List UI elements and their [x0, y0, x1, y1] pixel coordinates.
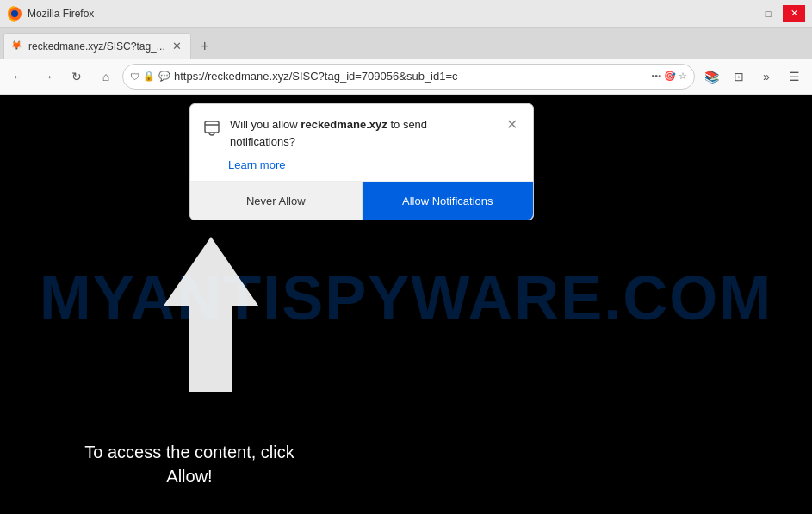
home-button[interactable]: ⌂ — [93, 64, 119, 90]
popup-question-prefix: Will you allow — [230, 118, 301, 131]
url-text: https://reckedmane.xyz/SISC?tag_id=70905… — [174, 70, 648, 83]
forward-button[interactable]: → — [34, 64, 60, 90]
main-content: MYANTISPYWARE.COM To access the content,… — [0, 95, 812, 514]
watermark-text: MYANTISPYWARE.COM — [40, 262, 772, 332]
active-tab[interactable]: 🦊 reckedmane.xyz/SISC?tag_... ✕ — [3, 33, 191, 59]
instruction-line2: Allow! — [166, 467, 212, 486]
browser-window: Mozilla Firefox – □ ✕ 🦊 reckedmane.xyz/S… — [0, 0, 812, 514]
url-bar-actions: ••• 🎯 ☆ — [651, 71, 687, 82]
tab-label: reckedmane.xyz/SISC?tag_... — [28, 40, 165, 53]
popup-learn-more: Learn more — [190, 155, 533, 181]
notifications-icon: 💬 — [158, 71, 170, 82]
nav-bar: ← → ↻ ⌂ 🛡 🔒 💬 https://reckedmane.xyz/SIS… — [0, 59, 812, 95]
tab-close-icon[interactable]: ✕ — [170, 38, 183, 54]
library-icon[interactable]: 📚 — [698, 64, 724, 90]
notification-bell-icon — [202, 118, 221, 141]
svg-rect-3 — [205, 121, 219, 133]
new-tab-button[interactable]: + — [193, 34, 217, 59]
close-button[interactable]: ✕ — [783, 5, 805, 22]
popup-close-button[interactable]: ✕ — [503, 116, 521, 133]
refresh-button[interactable]: ↻ — [64, 64, 90, 90]
never-allow-button[interactable]: Never Allow — [190, 182, 363, 220]
title-bar: Mozilla Firefox – □ ✕ — [0, 0, 812, 28]
bookmark-icon[interactable]: ☆ — [679, 71, 687, 82]
notification-popup: Will you allow reckedmane.xyz to send no… — [189, 103, 534, 220]
instruction-line1: To access the content, click — [84, 443, 294, 461]
url-bar[interactable]: 🛡 🔒 💬 https://reckedmane.xyz/SISC?tag_id… — [122, 64, 695, 90]
title-bar-left: Mozilla Firefox — [7, 6, 94, 22]
menu-button[interactable]: ☰ — [781, 64, 807, 90]
popup-buttons: Never Allow Allow Notifications — [190, 181, 533, 220]
arrow-up-icon — [159, 228, 263, 400]
extensions-icon[interactable]: » — [753, 64, 779, 90]
page-instruction-text: To access the content, click Allow! — [52, 440, 327, 488]
shield-icon: 🛡 — [130, 71, 139, 82]
nav-right-buttons: 📚 ⊡ » ☰ — [698, 64, 807, 90]
window-title: Mozilla Firefox — [28, 8, 94, 20]
back-button[interactable]: ← — [5, 64, 31, 90]
sync-icon[interactable]: ⊡ — [726, 64, 752, 90]
maximize-button[interactable]: □ — [757, 5, 779, 22]
learn-more-link[interactable]: Learn more — [228, 158, 285, 171]
minimize-button[interactable]: – — [731, 5, 753, 22]
tab-favicon-icon: 🦊 — [11, 40, 23, 53]
popup-header: Will you allow reckedmane.xyz to send no… — [190, 104, 533, 155]
lock-icon: 🔒 — [143, 71, 155, 82]
pocket-icon[interactable]: 🎯 — [664, 71, 676, 82]
tab-bar: 🦊 reckedmane.xyz/SISC?tag_... ✕ + — [0, 28, 812, 59]
firefox-logo-icon — [7, 6, 22, 22]
popup-question-text: Will you allow reckedmane.xyz to send no… — [230, 116, 494, 150]
svg-point-1 — [11, 10, 18, 17]
svg-marker-2 — [164, 237, 258, 392]
title-bar-controls: – □ ✕ — [731, 5, 805, 22]
more-icon[interactable]: ••• — [651, 71, 661, 82]
popup-domain: reckedmane.xyz — [301, 118, 387, 131]
allow-notifications-button[interactable]: Allow Notifications — [363, 182, 534, 220]
